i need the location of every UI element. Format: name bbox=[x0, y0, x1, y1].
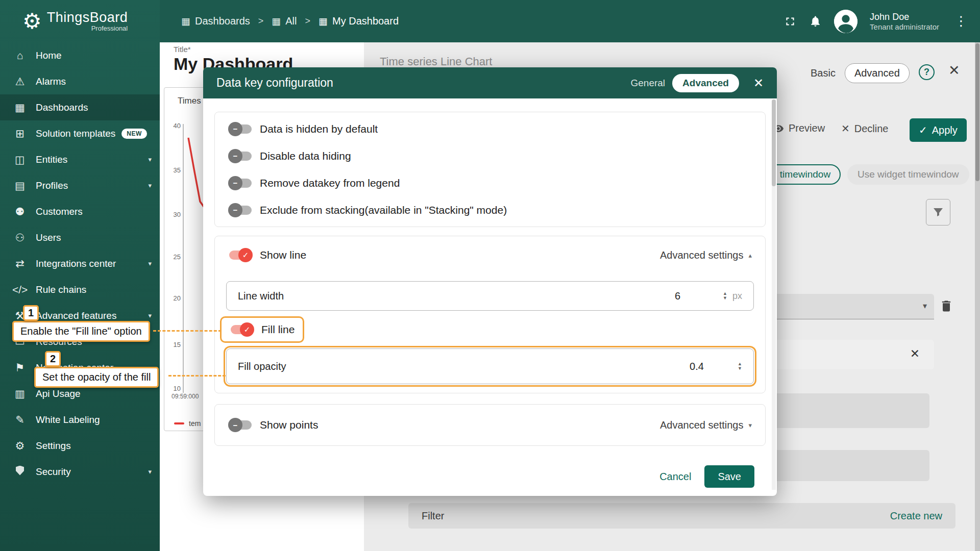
sidebar-item-users[interactable]: ⚇ Users bbox=[0, 224, 160, 251]
dialog-title: Data key configuration bbox=[216, 76, 623, 90]
sidebar-item-home[interactable]: ⌂ Home bbox=[0, 42, 160, 68]
remove-from-legend-toggle[interactable]: − bbox=[228, 176, 253, 190]
show-points-toggle[interactable]: − bbox=[228, 418, 253, 432]
toggle-row-disable-data-hiding: − Disable data hiding bbox=[215, 142, 765, 169]
show-line-toggle[interactable]: ✓ bbox=[228, 248, 253, 262]
tab-advanced[interactable]: Advanced bbox=[845, 63, 910, 83]
y-axis-tick: 25 bbox=[162, 253, 181, 261]
sidebar-item-entities[interactable]: ◫ Entities ▾ bbox=[0, 146, 160, 172]
remove-datakey-icon[interactable]: ✕ bbox=[910, 347, 920, 361]
line-width-stepper[interactable]: ▲ ▼ bbox=[723, 291, 727, 301]
sidebar-item-customers[interactable]: ⚉ Customers bbox=[0, 198, 160, 224]
breadcrumb-all[interactable]: ▦ All bbox=[272, 15, 297, 27]
users-icon: ⚇ bbox=[12, 232, 28, 244]
rule-chains-icon: </> bbox=[12, 284, 28, 296]
preview-button[interactable]: Preview bbox=[773, 122, 825, 134]
breadcrumb-dashboards[interactable]: ▦ Dashboards bbox=[181, 15, 250, 27]
sidebar-item-alarms[interactable]: ⚠ Alarms bbox=[0, 68, 160, 94]
show-line-advanced-settings[interactable]: Advanced settings ▴ bbox=[660, 249, 752, 261]
line-width-input[interactable] bbox=[675, 290, 703, 302]
alarm-warning-icon: ⚠ bbox=[12, 76, 28, 88]
apply-button[interactable]: ✓ Apply bbox=[910, 118, 967, 142]
trash-icon bbox=[939, 299, 953, 313]
user-name: John Doe bbox=[870, 12, 939, 22]
integrations-icon: ⇄ bbox=[12, 258, 28, 270]
y-axis-tick: 20 bbox=[162, 294, 181, 302]
disable-data-hiding-toggle[interactable]: − bbox=[228, 149, 253, 163]
show-line-row: ✓ Show line Advanced settings ▴ bbox=[215, 236, 765, 274]
notification-flag-icon: ⚑ bbox=[12, 362, 28, 374]
show-line-card: ✓ Show line Advanced settings ▴ Line wid… bbox=[214, 236, 766, 393]
sidebar-item-settings[interactable]: ⚙ Settings bbox=[0, 433, 160, 459]
page-scrollbar-thumb[interactable] bbox=[975, 43, 979, 181]
background-widget-title: Time series Line Chart bbox=[380, 55, 492, 68]
tab-general[interactable]: General bbox=[623, 74, 672, 92]
filter-label: Filter bbox=[422, 510, 444, 522]
stepper-down-icon[interactable]: ▼ bbox=[738, 366, 742, 371]
dialog-body: − Data is hidden by default − Disable da… bbox=[203, 112, 777, 488]
legend-color-dash bbox=[174, 422, 184, 424]
dialog-scrollbar-thumb[interactable] bbox=[772, 99, 776, 186]
create-new-link[interactable]: Create new bbox=[890, 510, 942, 522]
tab-advanced[interactable]: Advanced bbox=[672, 74, 739, 92]
chevron-down-icon: ▾ bbox=[148, 156, 152, 163]
chart-corner-label: Times bbox=[178, 96, 201, 106]
kebab-menu-icon[interactable]: ⋮ bbox=[951, 13, 971, 29]
app-logo[interactable]: ⚙ ThingsBoard Professional bbox=[0, 0, 160, 42]
sidebar-item-white-labeling[interactable]: ✎ White Labeling bbox=[0, 407, 160, 433]
sidebar-item-rule-chains[interactable]: </> Rule chains bbox=[0, 277, 160, 303]
y-axis-tick: 30 bbox=[162, 211, 181, 218]
fullscreen-button[interactable] bbox=[783, 15, 797, 28]
user-avatar[interactable] bbox=[834, 10, 857, 33]
dialog-close-icon[interactable]: ✕ bbox=[753, 76, 764, 90]
tab-basic[interactable]: Basic bbox=[804, 63, 842, 83]
delete-datasource-button[interactable] bbox=[939, 299, 953, 315]
fill-opacity-stepper[interactable]: ▲ ▼ bbox=[738, 362, 742, 371]
breadcrumb-my-dashboard[interactable]: ▦ My Dashboard bbox=[318, 15, 399, 27]
save-button[interactable]: Save bbox=[704, 465, 754, 488]
chevron-down-icon: ▾ bbox=[923, 301, 927, 311]
sidebar-item-dashboards[interactable]: ▦ Dashboards bbox=[0, 94, 160, 120]
widget-timewindow-button[interactable]: Use widget timewindow bbox=[847, 164, 969, 185]
data-hidden-toggle[interactable]: − bbox=[228, 122, 253, 136]
sidebar-item-profiles[interactable]: ▤ Profiles ▾ bbox=[0, 172, 160, 198]
visibility-options-card: − Data is hidden by default − Disable da… bbox=[214, 112, 766, 227]
sidebar-item-integrations-center[interactable]: ⇄ Integrations center ▾ bbox=[0, 251, 160, 277]
show-points-advanced-settings[interactable]: Advanced settings ▾ bbox=[660, 419, 752, 431]
chevron-down-icon: ▾ bbox=[148, 468, 152, 475]
line-width-field: Line width ▲ ▼ px bbox=[226, 281, 754, 311]
stepper-down-icon[interactable]: ▼ bbox=[723, 296, 727, 300]
new-badge: NEW bbox=[121, 129, 147, 139]
notifications-bell-button[interactable] bbox=[809, 15, 822, 28]
sidebar-item-security[interactable]: Security ▾ bbox=[0, 459, 160, 485]
fill-line-toggle[interactable]: ✓ bbox=[230, 322, 254, 337]
mode-segmented-control: Basic Advanced bbox=[804, 63, 910, 83]
avatar-person-icon bbox=[834, 10, 857, 33]
fill-opacity-input[interactable] bbox=[690, 361, 718, 372]
dashboards-group-icon: ▦ bbox=[272, 15, 281, 27]
home-icon: ⌂ bbox=[12, 49, 28, 62]
help-button[interactable]: ? bbox=[919, 64, 935, 80]
check-icon: ✓ bbox=[919, 124, 927, 136]
sidebar: ⚙ ThingsBoard Professional ⌂ Home ⚠ Alar… bbox=[0, 0, 160, 551]
dashboards-icon: ▦ bbox=[12, 102, 28, 114]
api-usage-icon: ▥ bbox=[12, 388, 28, 400]
toggle-row-exclude-from-stacking: − Exclude from stacking(available in "St… bbox=[215, 196, 765, 223]
solution-templates-icon: ⊞ bbox=[12, 128, 28, 140]
close-editor-icon[interactable]: ✕ bbox=[948, 62, 960, 79]
screen: ⚙ ThingsBoard Professional ⌂ Home ⚠ Alar… bbox=[0, 0, 980, 551]
filter-funnel-button[interactable] bbox=[926, 199, 950, 226]
dialog-header: Data key configuration General Advanced … bbox=[203, 67, 777, 98]
cancel-button[interactable]: Cancel bbox=[659, 471, 691, 483]
chevron-up-icon: ▴ bbox=[748, 252, 752, 259]
dashboard-icon: ▦ bbox=[318, 15, 328, 27]
fill-line-row: ✓ Fill line bbox=[215, 311, 765, 348]
annotation-step-2-label: Set the opacity of the fill bbox=[34, 367, 159, 388]
fill-opacity-field: Fill opacity ▲ ▼ bbox=[226, 348, 754, 384]
chart-legend[interactable]: tem bbox=[174, 419, 201, 428]
sidebar-item-solution-templates[interactable]: ⊞ Solution templates NEW bbox=[0, 120, 160, 146]
chevron-down-icon: ▾ bbox=[148, 260, 152, 267]
y-axis-tick: 40 bbox=[162, 122, 181, 130]
exclude-from-stacking-toggle[interactable]: − bbox=[228, 203, 253, 217]
decline-button[interactable]: ✕ Decline bbox=[841, 122, 888, 135]
